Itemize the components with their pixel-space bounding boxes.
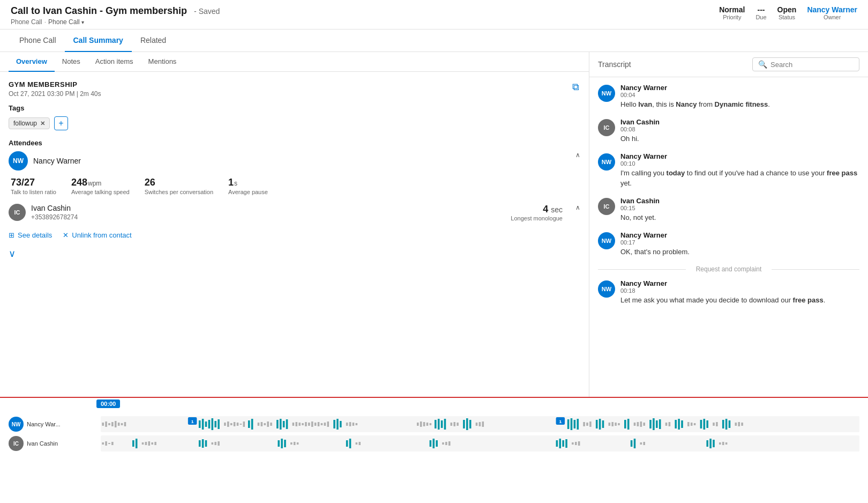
waveform-svg-ivan [101,435,859,452]
svg-rect-50 [346,423,348,426]
nancy-name: Nancy Warner [33,157,81,165]
svg-rect-95 [653,418,655,430]
tab-call-summary[interactable]: Call Summary [65,29,132,52]
transcript-avatar-nw-3: NW [598,232,615,257]
svg-rect-144 [430,440,432,447]
svg-rect-78 [583,422,585,426]
owner-label: Owner [807,14,857,20]
gym-header: GYM MEMBERSHIP Oct 27, 2021 03:30 PM | 2… [9,80,580,98]
ivan-collapse-icon[interactable]: ∧ [575,204,580,211]
svg-rect-31 [276,420,279,428]
see-details-text: See details [18,231,52,239]
waveform-avatar-ic: IC [9,436,24,451]
breadcrumb-item-2[interactable]: Phone Call ▾ [48,18,84,26]
svg-rect-156 [578,441,580,446]
svg-rect-141 [349,439,351,448]
sub-tab-action-items[interactable]: Action items [88,52,141,72]
svg-rect-33 [283,421,285,427]
waveform-label-ivan: IC Ivan Cashin [9,436,96,451]
breadcrumb-item-1[interactable]: Phone Call [11,18,42,26]
waveform-track-nancy[interactable]: 1 [101,416,859,432]
transcript-avatar-ic-1: IC [598,119,615,144]
svg-rect-18 [227,421,229,427]
due-value: --- [755,5,766,14]
nancy-collapse-icon[interactable]: ∧ [575,151,580,159]
svg-rect-7 [124,422,126,426]
expand-row: ∨ [9,243,580,264]
see-details-link[interactable]: ⊞ See details [9,231,52,239]
svg-rect-79 [586,423,588,426]
transcript-entry-2: IC Ivan Cashin 00:08 Oh hi. [598,118,859,144]
transcript-text-1: Hello Ivan, this is Nancy from Dynamic f… [620,100,770,109]
svg-rect-26 [258,423,260,426]
transcript-text-2: Oh hi. [620,134,660,144]
sub-tab-notes[interactable]: Notes [55,52,88,72]
svg-rect-12 [205,421,207,427]
svg-rect-152 [562,440,564,447]
ivan-name: Ivan Cashin [31,204,78,212]
svg-rect-11 [202,419,204,430]
svg-rect-42 [315,423,317,426]
svg-rect-131 [212,442,214,445]
svg-rect-4 [115,421,117,427]
svg-rect-69 [476,423,478,426]
tag-add-button[interactable]: + [54,116,68,130]
tag-remove-icon[interactable]: ✕ [40,120,45,127]
svg-rect-28 [264,423,266,425]
right-panel: Transcript 🔍 NW Nancy Warner 00:04 Hello… [589,52,868,397]
svg-rect-35 [293,423,295,426]
transcript-body-2: Ivan Cashin 00:08 Oh hi. [620,118,660,144]
transcript-body-6: Nancy Warner 00:18 Let me ask you what m… [620,279,825,305]
transcript-entry-3: NW Nancy Warner 00:10 I'm calling you to… [598,152,859,188]
svg-rect-107 [704,419,706,430]
svg-rect-163 [713,440,715,447]
sub-tab-overview[interactable]: Overview [9,52,55,72]
nancy-name-row: NW Nancy Warner [9,151,81,171]
svg-rect-124 [145,442,147,445]
expand-button[interactable]: ∨ [9,248,16,259]
unlink-contact-link[interactable]: ✕ Unlink from contact [63,231,131,239]
transcript-body-4: Ivan Cashin 00:15 No, not yet. [620,197,660,223]
waveform-row-nancy: NW Nancy War... 1 [9,416,859,432]
svg-rect-143 [358,442,361,445]
svg-rect-61 [441,420,443,428]
tab-phone-call[interactable]: Phone Call [11,29,65,52]
avatar-ivan: IC [9,204,26,221]
header-left: Call to Ivan Cashin - Gym membership - S… [11,5,220,26]
svg-rect-91 [637,422,639,426]
tab-related[interactable]: Related [132,29,175,52]
svg-rect-102 [681,420,683,428]
svg-rect-15 [214,421,216,427]
svg-rect-49 [340,421,342,427]
owner-name[interactable]: Nancy Warner [807,5,857,14]
svg-rect-3 [111,422,114,426]
search-box[interactable]: 🔍 [752,57,859,71]
main-layout: Overview Notes Action items Mentions GYM… [0,52,868,397]
waveform-track-ivan[interactable] [101,435,859,452]
svg-rect-34 [286,419,288,429]
svg-rect-105 [694,423,696,425]
svg-rect-123 [142,442,144,445]
svg-rect-98 [665,423,668,426]
svg-rect-16 [218,419,220,429]
svg-rect-106 [700,420,702,428]
svg-rect-82 [599,419,601,430]
search-input[interactable] [770,61,854,69]
transcript-text-5: OK, that's no problem. [620,247,690,257]
sub-tab-mentions[interactable]: Mentions [141,52,184,72]
transcript-header: Transcript 🔍 [589,52,868,77]
svg-text:1: 1 [559,419,562,424]
tags-section: Tags followup ✕ + [9,104,580,130]
svg-rect-113 [729,420,731,428]
svg-rect-121 [132,440,134,447]
svg-rect-5 [118,423,120,426]
svg-rect-38 [302,423,304,425]
stat-pause-value: 1s [228,177,268,188]
transcript-title: Transcript [598,60,631,69]
gym-date: Oct 27, 2021 03:30 PM | 2m 40s [9,90,101,98]
copy-icon[interactable]: ⧉ [571,80,580,94]
svg-rect-130 [205,440,207,447]
monologue-value: 4 sec [511,204,563,215]
svg-rect-77 [577,419,579,430]
svg-rect-75 [571,418,573,430]
